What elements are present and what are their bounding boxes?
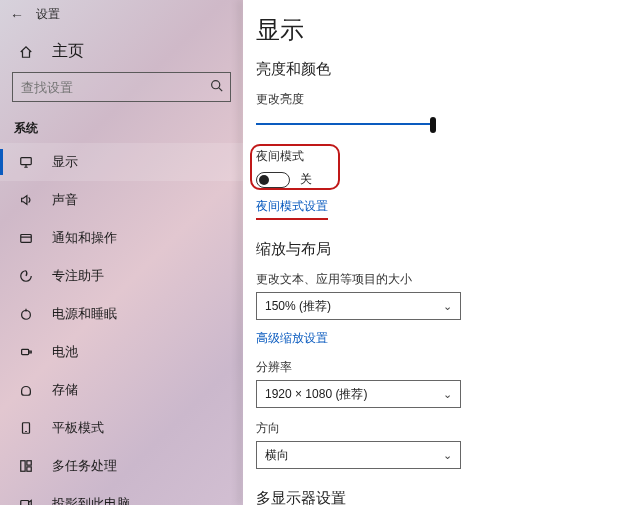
chevron-down-icon: ⌄: [443, 449, 452, 462]
chevron-down-icon: ⌄: [443, 388, 452, 401]
sidebar-item-4[interactable]: 电源和睡眠: [0, 295, 243, 333]
sidebar-item-9[interactable]: 投影到此电脑: [0, 485, 243, 505]
svg-rect-9: [21, 501, 29, 506]
svg-point-0: [211, 81, 219, 89]
sidebar-item-3-icon: [18, 269, 34, 283]
textsize-select[interactable]: 150% (推荐) ⌄: [256, 292, 461, 320]
sidebar-item-4-icon: [18, 307, 34, 321]
sidebar-item-0-icon: [18, 155, 34, 169]
sidebar-item-0-label: 显示: [52, 153, 78, 171]
orientation-value: 横向: [265, 447, 289, 464]
app-title: 设置: [36, 6, 60, 23]
sidebar-item-4-label: 电源和睡眠: [52, 305, 117, 323]
sidebar-item-5-icon: [18, 345, 34, 359]
resolution-value: 1920 × 1080 (推荐): [265, 386, 367, 403]
sidebar-item-9-label: 投影到此电脑: [52, 495, 130, 505]
sidebar-item-6-label: 存储: [52, 381, 78, 399]
main-panel: 显示 亮度和颜色 更改亮度 夜间模式 关 夜间模式设置 缩放与布局 更改文本、应…: [256, 14, 626, 504]
sidebar-group-label: 系统: [0, 102, 243, 143]
svg-rect-2: [21, 235, 32, 243]
titlebar: ← 设置: [0, 0, 243, 27]
brightness-label: 更改亮度: [256, 91, 626, 108]
sidebar-nav: 显示声音通知和操作专注助手电源和睡眠电池存储平板模式多任务处理投影到此电脑: [0, 143, 243, 505]
sidebar-item-5-label: 电池: [52, 343, 78, 361]
search-box: [0, 72, 243, 102]
textsize-value: 150% (推荐): [265, 298, 331, 315]
sidebar-item-7-icon: [18, 421, 34, 435]
sidebar-item-8[interactable]: 多任务处理: [0, 447, 243, 485]
sidebar-item-5[interactable]: 电池: [0, 333, 243, 371]
search-icon[interactable]: [202, 79, 230, 95]
section-brightness: 亮度和颜色: [256, 60, 626, 79]
sidebar: ← 设置 主页 系统 显示声音通知和操作专注助手电源和睡眠电池存储平板模式多任务…: [0, 0, 243, 505]
back-icon[interactable]: ←: [10, 7, 24, 23]
sidebar-item-1-icon: [18, 193, 34, 207]
svg-rect-7: [27, 461, 31, 465]
section-multimon: 多显示器设置: [256, 489, 626, 505]
resolution-label: 分辨率: [256, 359, 626, 376]
sidebar-home-label: 主页: [52, 41, 84, 62]
sidebar-item-8-label: 多任务处理: [52, 457, 117, 475]
sidebar-item-9-icon: [18, 497, 34, 505]
sidebar-item-1-label: 声音: [52, 191, 78, 209]
orientation-select[interactable]: 横向 ⌄: [256, 441, 461, 469]
svg-rect-8: [27, 467, 31, 471]
svg-rect-6: [21, 461, 25, 472]
svg-point-3: [22, 311, 31, 320]
page-title: 显示: [256, 14, 626, 46]
section-scale: 缩放与布局: [256, 240, 626, 259]
sidebar-item-3[interactable]: 专注助手: [0, 257, 243, 295]
sidebar-item-8-icon: [18, 459, 34, 473]
sidebar-item-6-icon: [18, 383, 34, 397]
sidebar-item-6[interactable]: 存储: [0, 371, 243, 409]
resolution-select[interactable]: 1920 × 1080 (推荐) ⌄: [256, 380, 461, 408]
svg-rect-1: [21, 158, 32, 165]
svg-rect-4: [22, 349, 29, 354]
sidebar-item-home[interactable]: 主页: [0, 27, 243, 72]
sidebar-item-7[interactable]: 平板模式: [0, 409, 243, 447]
chevron-down-icon: ⌄: [443, 300, 452, 313]
sidebar-item-2-icon: [18, 231, 34, 245]
sidebar-item-3-label: 专注助手: [52, 267, 104, 285]
sidebar-item-1[interactable]: 声音: [0, 181, 243, 219]
sidebar-item-7-label: 平板模式: [52, 419, 104, 437]
nightlight-settings-link[interactable]: 夜间模式设置: [256, 198, 328, 220]
advanced-scale-link[interactable]: 高级缩放设置: [256, 330, 328, 347]
sidebar-item-2-label: 通知和操作: [52, 229, 117, 247]
textsize-label: 更改文本、应用等项目的大小: [256, 271, 626, 288]
sidebar-item-2[interactable]: 通知和操作: [0, 219, 243, 257]
sidebar-item-0[interactable]: 显示: [0, 143, 243, 181]
nightlight-toggle[interactable]: [256, 172, 290, 188]
home-icon: [18, 45, 34, 59]
search-input[interactable]: [13, 80, 202, 95]
brightness-slider[interactable]: [256, 114, 436, 134]
orientation-label: 方向: [256, 420, 626, 437]
